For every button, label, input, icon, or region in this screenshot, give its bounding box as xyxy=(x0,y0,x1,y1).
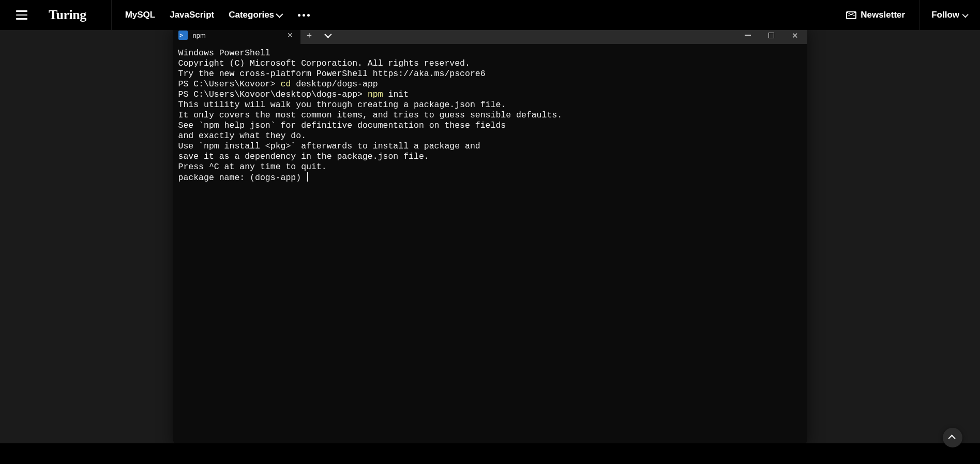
terminal-line: Press ^C at any time to quit. xyxy=(178,162,802,172)
powershell-icon: >_ xyxy=(178,31,188,40)
chevron-down-icon xyxy=(324,31,331,38)
tab-close-button[interactable]: ✕ xyxy=(285,30,295,40)
nav-right: Newsletter Follow xyxy=(846,0,968,30)
minimize-icon xyxy=(745,35,751,36)
terminal-line: package name: (dogs-app) xyxy=(178,172,802,183)
cursor xyxy=(307,172,308,182)
chevron-up-icon xyxy=(948,435,956,442)
follow-button[interactable]: Follow xyxy=(919,0,968,30)
tab-title: npm xyxy=(193,32,280,39)
site-logo[interactable]: Turing xyxy=(49,7,86,23)
terminal-line: It only covers the most common items, an… xyxy=(178,110,802,121)
terminal-line: Windows PowerShell xyxy=(178,48,802,58)
terminal-line: PS C:\Users\Kovoor> cd desktop/dogs-app xyxy=(178,79,802,89)
menu-icon[interactable] xyxy=(12,6,31,24)
nav-link-javascript[interactable]: JavaScript xyxy=(170,10,214,20)
terminal-line: Use `npm install <pkg>` afterwards to in… xyxy=(178,141,802,152)
nav-link-mysql[interactable]: MySQL xyxy=(125,10,156,20)
terminal-output[interactable]: Windows PowerShellCopyright (C) Microsof… xyxy=(173,44,807,443)
page-body: >_ npm ✕ ＋ ✕ Windows PowerShellCopyright… xyxy=(0,30,980,464)
site-header: Turing MySQL JavaScript Categories Newsl… xyxy=(0,0,980,30)
nav-separator xyxy=(111,0,112,30)
chevron-down-icon xyxy=(276,11,283,18)
newsletter-label: Newsletter xyxy=(861,10,905,20)
nav-links: MySQL JavaScript Categories xyxy=(125,10,312,20)
terminal-line: save it as a dependency in the package.j… xyxy=(178,152,802,162)
nav-link-categories[interactable]: Categories xyxy=(229,10,281,20)
more-icon[interactable] xyxy=(296,12,312,19)
maximize-icon xyxy=(768,33,774,38)
terminal-line: See `npm help json` for definitive docum… xyxy=(178,121,802,131)
mail-icon xyxy=(846,11,856,19)
close-icon: ✕ xyxy=(792,32,798,39)
follow-label: Follow xyxy=(931,10,959,20)
chevron-down-icon xyxy=(962,11,969,18)
terminal-line: Try the new cross-platform PowerShell ht… xyxy=(178,69,802,79)
terminal-line: PS C:\Users\Kovoor\desktop\dogs-app> npm… xyxy=(178,89,802,100)
terminal-line: Copyright (C) Microsoft Corporation. All… xyxy=(178,58,802,69)
newsletter-button[interactable]: Newsletter xyxy=(846,10,905,20)
scroll-to-top-button[interactable] xyxy=(943,428,962,447)
nav-link-label: Categories xyxy=(229,10,274,20)
nav-left: Turing MySQL JavaScript Categories xyxy=(8,0,312,30)
terminal-window: >_ npm ✕ ＋ ✕ Windows PowerShellCopyright… xyxy=(173,26,807,443)
terminal-line: This utility will walk you through creat… xyxy=(178,100,802,110)
footer-strip xyxy=(0,443,980,464)
terminal-line: and exactly what they do. xyxy=(178,131,802,141)
